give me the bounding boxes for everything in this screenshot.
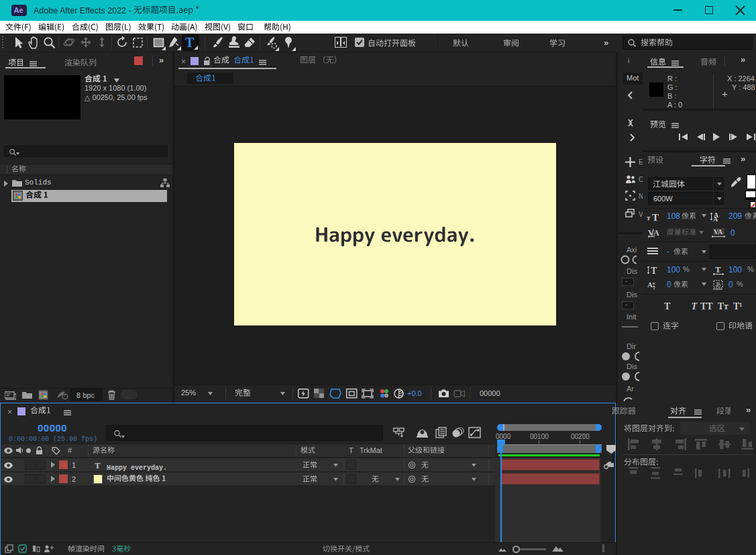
svg-text:т: т <box>647 213 651 221</box>
svg-text:T: T <box>652 212 659 221</box>
svg-text:A: A <box>653 228 659 238</box>
svg-text:A: A <box>713 215 718 222</box>
svg-text:VA: VA <box>714 228 723 236</box>
svg-text:T: T <box>651 266 657 275</box>
svg-text:T: T <box>715 265 721 274</box>
